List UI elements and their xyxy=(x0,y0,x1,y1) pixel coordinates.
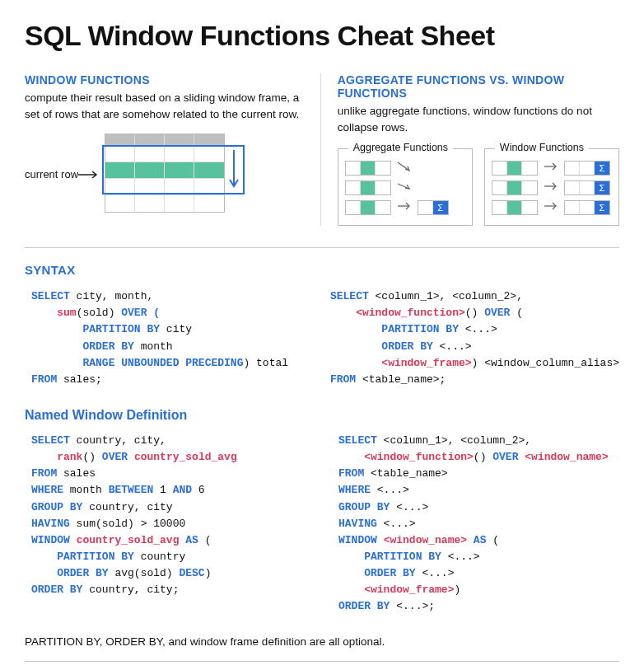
arrow-diag-icon xyxy=(396,180,413,196)
arrow-right-icon xyxy=(543,160,559,176)
arrow-right-icon xyxy=(543,180,559,196)
comparison-groups: Aggregate Functions Σ Window Functions Σ… xyxy=(338,148,619,226)
section-heading-named-window: Named Window Definition xyxy=(25,408,619,423)
divider xyxy=(25,661,619,662)
section-heading-aggvswin: AGGREGATE FUNCTIONS VS. WINDOW FUNCTIONS xyxy=(338,73,619,100)
code-template-2: SELECT <column_1>, <column_2>, <window_f… xyxy=(338,433,619,616)
arrow-diag-icon xyxy=(396,160,413,176)
intro-columns: WINDOW FUNCTIONS compute their result ba… xyxy=(25,73,619,226)
section-heading-syntax: SYNTAX xyxy=(25,263,619,277)
section-heading-window: WINDOW FUNCTIONS xyxy=(25,73,301,87)
window-functions-section: WINDOW FUNCTIONS compute their result ba… xyxy=(25,73,301,226)
sigma-icon: Σ xyxy=(433,201,448,214)
arrow-down-icon xyxy=(228,150,240,190)
aggregate-group-title: Aggregate Functions xyxy=(348,142,453,153)
aggregate-vs-window-section: AGGREGATE FUNCTIONS VS. WINDOW FUNCTIONS… xyxy=(320,73,619,226)
sigma-icon: Σ xyxy=(595,181,609,194)
code-example-1: SELECT city, month, sum(sold) OVER ( PAR… xyxy=(31,288,304,388)
footnote-rest: and window frame definition are all opti… xyxy=(166,635,385,648)
arrow-right-icon xyxy=(396,199,413,216)
sigma-icon: Σ xyxy=(595,201,609,214)
aggregate-group: Aggregate Functions Σ xyxy=(338,148,473,226)
syntax-row-1: SELECT city, month, sum(sold) OVER ( PAR… xyxy=(25,280,619,388)
window-body: compute their result based on a sliding … xyxy=(25,90,301,122)
window-diagram: current row xyxy=(25,134,301,215)
window-group-title: Window Functions xyxy=(495,142,589,153)
window-group: Window Functions Σ Σ Σ xyxy=(484,148,619,226)
footnote-lead: PARTITION BY, ORDER BY, xyxy=(25,635,166,648)
arrow-right-icon xyxy=(78,171,100,179)
code-template-1: SELECT <column_1>, <column_2>, <window_f… xyxy=(330,288,619,388)
syntax-row-2: SELECT country, city, rank() OVER countr… xyxy=(25,424,619,616)
page-title: SQL Window Functions Cheat Sheet xyxy=(25,20,619,52)
table-diagram xyxy=(105,134,225,215)
sigma-icon: Σ xyxy=(595,162,609,175)
footnote: PARTITION BY, ORDER BY, and window frame… xyxy=(25,635,619,648)
code-example-2: SELECT country, city, rank() OVER countr… xyxy=(31,433,312,598)
aggvswin-body: unlike aggregate functions, window funct… xyxy=(338,103,619,135)
current-row-text: current row xyxy=(25,168,78,180)
divider xyxy=(25,247,619,248)
current-row-label: current row xyxy=(25,168,100,180)
arrow-right-icon xyxy=(543,199,559,216)
